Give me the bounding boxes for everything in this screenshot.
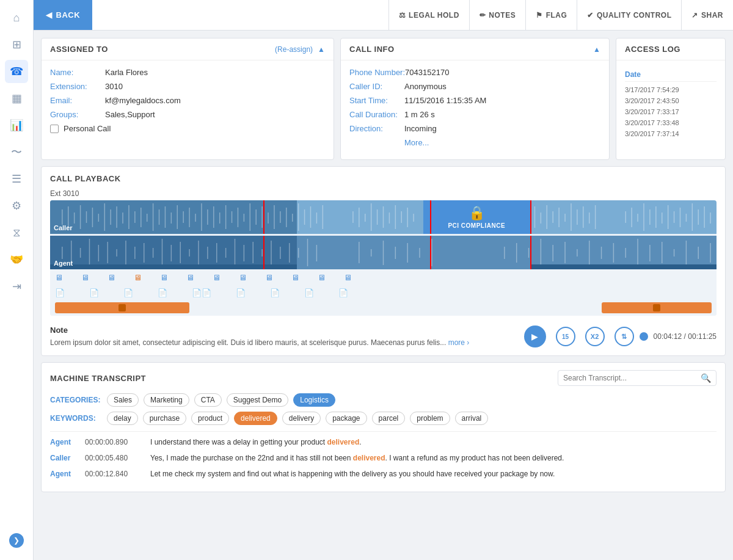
pci-label: PCI COMPLIANCE xyxy=(448,222,505,229)
playback-title: CALL PLAYBACK xyxy=(50,174,717,183)
screen-icon-8[interactable]: 🖥 xyxy=(239,273,247,282)
transcript-time-2: 00:00:12.840 xyxy=(85,468,143,479)
transcript-speaker-0: Agent xyxy=(50,437,78,448)
personal-call-checkbox[interactable] xyxy=(50,125,59,133)
more-link[interactable]: More... xyxy=(404,138,429,147)
share-icon: ↗ xyxy=(691,11,698,20)
sidebar-item-list[interactable]: ☰ xyxy=(5,167,28,191)
screen-icon-5[interactable]: 🖥 xyxy=(160,273,168,282)
personal-call-row: Personal Call xyxy=(50,124,325,133)
sidebar-item-home[interactable]: ⌂ xyxy=(5,6,28,29)
sidebar-item-phone[interactable]: ☎ xyxy=(5,60,28,83)
screen-icon-1[interactable]: 🖥 xyxy=(55,273,63,282)
note-more-link[interactable]: more › xyxy=(448,338,470,347)
keyword-product[interactable]: product xyxy=(191,412,229,425)
notes-label: NOTES xyxy=(489,11,516,20)
screen-icon-3[interactable]: 🖥 xyxy=(108,273,115,282)
sidebar-item-settings[interactable]: ⚙ xyxy=(5,194,28,217)
category-logistics[interactable]: Logistics xyxy=(293,393,335,407)
sidebar: ⌂ ⊞ ☎ ▦ 📊 〜 ☰ ⚙ ⧖ 🤝 ⇥ ❯ xyxy=(0,0,34,560)
caller-waveform-track[interactable]: 🔒 PCI COMPLIANCE xyxy=(50,200,717,234)
screen-icon-4[interactable]: 🖥 xyxy=(134,273,142,282)
screen-icon-9[interactable]: 🖥 xyxy=(265,273,273,282)
sidebar-item-wave[interactable]: 〜 xyxy=(5,140,28,164)
notes-button[interactable]: ✏ NOTES xyxy=(469,0,525,30)
marker-line-1 xyxy=(263,200,264,234)
keyword-delay[interactable]: delay xyxy=(107,412,138,425)
keyword-package[interactable]: package xyxy=(326,412,366,425)
call-info-collapse[interactable]: ▲ xyxy=(593,45,600,54)
transcript-search-input[interactable] xyxy=(563,374,697,382)
transcript-speaker-2: Agent xyxy=(50,468,78,479)
machine-transcript-panel: MACHINE TRANSCRIPT 🔍 CATEGORIES: Sales M… xyxy=(41,362,726,492)
starttime-value: 11/15/2016 1:15:35 AM xyxy=(404,96,486,105)
doc-icon-3[interactable]: 📄 xyxy=(123,288,133,297)
name-label: Name: xyxy=(50,68,105,77)
legal-hold-button[interactable]: ⚖ LEGAL HOLD xyxy=(388,0,469,30)
screen-icon-12[interactable]: 🖥 xyxy=(344,273,352,282)
rewind-button[interactable]: 15 xyxy=(556,327,575,346)
doc-icon-7[interactable]: 📄 xyxy=(270,288,280,297)
keyword-delivered[interactable]: delivered xyxy=(234,412,277,425)
agent-waveform-track[interactable]: Agent xyxy=(50,236,717,269)
quality-control-button[interactable]: ✔ QUALITY CONTROL xyxy=(577,0,681,30)
flag-button[interactable]: ⚑ FLAG xyxy=(525,0,577,30)
phone-value: 7043152170 xyxy=(405,68,449,77)
more-row[interactable]: More... xyxy=(349,138,600,147)
category-cta[interactable]: CTA xyxy=(194,393,222,407)
screen-icon-11[interactable]: 🖥 xyxy=(318,273,326,282)
access-log-title: ACCESS LOG xyxy=(625,45,680,54)
back-arrow-icon: ◀ xyxy=(46,10,53,20)
doc-icon-4[interactable]: 📄 xyxy=(158,288,167,297)
extension-label: Extension: xyxy=(50,82,105,91)
reassign-action[interactable]: (Re-assign) ▲ xyxy=(275,45,325,54)
keyword-parcel[interactable]: parcel xyxy=(372,412,406,425)
transcript-search-box[interactable]: 🔍 xyxy=(558,370,717,386)
ext-label: Ext 3010 xyxy=(50,189,717,198)
sidebar-item-grid[interactable]: ⊞ xyxy=(5,33,28,56)
sidebar-item-calendar[interactable]: ▦ xyxy=(5,87,28,110)
doc-icon-1[interactable]: 📄 xyxy=(55,288,65,297)
back-label: BACK xyxy=(56,10,81,20)
search-icon: 🔍 xyxy=(701,373,711,383)
extension-value: 3010 xyxy=(105,82,123,91)
flip-button[interactable]: ⇅ xyxy=(614,327,634,346)
category-marketing[interactable]: Marketing xyxy=(144,393,189,407)
sidebar-collapse-toggle[interactable]: ❯ xyxy=(9,533,24,548)
keyword-purchase[interactable]: purchase xyxy=(143,412,186,425)
category-suggest-demo[interactable]: Suggest Demo xyxy=(227,393,288,407)
doc-icon-8[interactable]: 📄 xyxy=(304,288,314,297)
agent-marker-line-1 xyxy=(263,236,264,269)
speed-button[interactable]: X2 xyxy=(585,327,605,346)
sidebar-item-filter[interactable]: ⧖ xyxy=(5,221,28,244)
waveform-container[interactable]: 🔒 PCI COMPLIANCE xyxy=(50,200,717,316)
screen-icon-2[interactable]: 🖥 xyxy=(81,273,89,282)
segment-bar-2 xyxy=(602,302,712,313)
screen-icon-6[interactable]: 🖥 xyxy=(186,273,194,282)
name-row: Name: Karla Flores xyxy=(50,68,325,77)
keyword-problem[interactable]: problem xyxy=(410,412,450,425)
sidebar-item-handshake[interactable]: 🤝 xyxy=(5,248,28,271)
sidebar-item-logout[interactable]: ⇥ xyxy=(5,275,28,298)
doc-icon-6[interactable]: 📄 xyxy=(236,288,246,297)
direction-label: Direction: xyxy=(349,124,404,133)
doc-icon-2[interactable]: 📄 xyxy=(89,288,99,297)
sidebar-item-chart[interactable]: 📊 xyxy=(5,114,28,137)
back-button[interactable]: ◀ BACK xyxy=(34,0,92,30)
doc-icon-5[interactable]: 📄📄 xyxy=(192,288,211,297)
keyword-delivery[interactable]: delivery xyxy=(282,412,321,425)
doc-icon-9[interactable]: 📄 xyxy=(338,288,348,297)
category-sales[interactable]: Sales xyxy=(107,393,139,407)
transcript-time-1: 00:00:05.480 xyxy=(85,453,143,464)
screen-icon-10[interactable]: 🖥 xyxy=(291,273,299,282)
play-button[interactable]: ▶ xyxy=(524,325,546,347)
topbar-actions: ⚖ LEGAL HOLD ✏ NOTES ⚑ FLAG ✔ QUALITY CO… xyxy=(388,0,733,30)
share-button[interactable]: ↗ SHAR xyxy=(681,0,733,30)
keyword-arrival[interactable]: arrival xyxy=(455,412,489,425)
screen-icon-7[interactable]: 🖥 xyxy=(213,273,221,282)
call-info-panel: CALL INFO ▲ Phone Number: 7043152170 Cal… xyxy=(340,38,610,160)
lock-icon: 🔒 xyxy=(469,205,485,221)
callerid-value: Anonymous xyxy=(404,82,447,91)
assigned-to-title: ASSIGNED TO xyxy=(50,45,108,54)
audio-progress-thumb[interactable] xyxy=(640,332,648,341)
